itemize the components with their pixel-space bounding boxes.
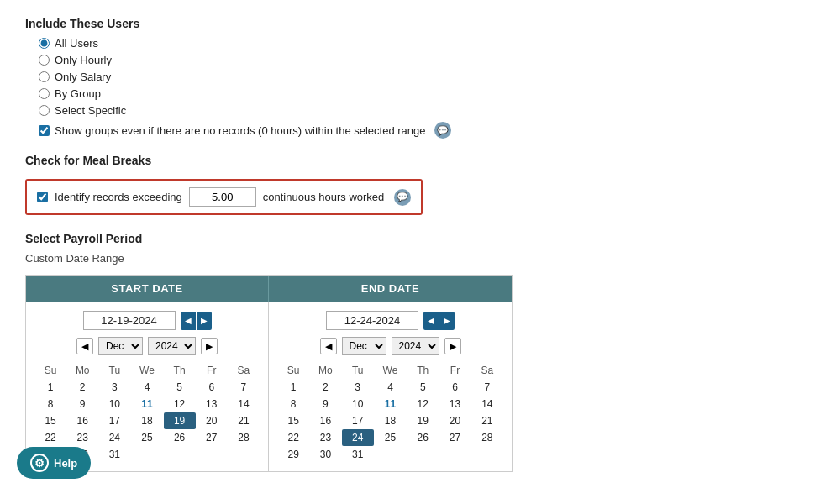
- start-next-arrow[interactable]: ▶: [197, 312, 212, 330]
- help-icon: ⚙: [30, 454, 49, 472]
- radio-only-salary-input[interactable]: [39, 71, 50, 82]
- calendar-day[interactable]: 13: [439, 396, 471, 412]
- start-next-month-button[interactable]: ▶: [201, 338, 218, 354]
- dow-sa: Sa: [471, 362, 503, 379]
- calendar-day[interactable]: 16: [66, 412, 98, 429]
- end-prev-arrow[interactable]: ◀: [423, 312, 439, 330]
- calendar-day[interactable]: 10: [342, 396, 374, 412]
- radio-select-specific[interactable]: Select Specific: [39, 104, 811, 117]
- calendar-day[interactable]: 30: [309, 446, 341, 463]
- end-next-arrow[interactable]: ▶: [439, 312, 455, 330]
- calendar-day[interactable]: 3: [342, 379, 374, 396]
- meal-break-box: Identify records exceeding continuous ho…: [25, 179, 423, 215]
- calendar-day[interactable]: 21: [228, 412, 260, 429]
- calendar-day[interactable]: 9: [309, 396, 341, 412]
- calendar-day[interactable]: 14: [471, 396, 503, 412]
- calendar-day[interactable]: 11: [130, 396, 163, 412]
- calendar-day[interactable]: 8: [34, 396, 66, 412]
- calendar-day[interactable]: 15: [277, 412, 309, 429]
- calendar-day[interactable]: 4: [130, 379, 163, 396]
- end-next-month-button[interactable]: ▶: [444, 338, 461, 354]
- show-groups-label: Show groups even if there are no records…: [55, 124, 426, 137]
- radio-by-group-input[interactable]: [39, 88, 50, 99]
- calendar-day[interactable]: 4: [374, 379, 407, 396]
- calendar-day[interactable]: 21: [471, 412, 503, 429]
- meal-break-checkbox[interactable]: [37, 192, 48, 202]
- calendar-day[interactable]: 12: [407, 396, 439, 412]
- calendar-day[interactable]: 20: [196, 412, 228, 429]
- calendar-day: [164, 446, 196, 463]
- calendar-day[interactable]: 2: [66, 379, 98, 396]
- calendar-day: [130, 446, 163, 463]
- radio-by-group[interactable]: By Group: [39, 87, 811, 100]
- calendar-day[interactable]: 17: [98, 412, 130, 429]
- calendar-day[interactable]: 1: [277, 379, 309, 396]
- calendar-day[interactable]: 20: [439, 412, 471, 429]
- calendar-day[interactable]: 14: [228, 396, 260, 412]
- calendar-day[interactable]: 3: [98, 379, 130, 396]
- calendar-day[interactable]: 5: [407, 379, 439, 396]
- radio-select-specific-input[interactable]: [39, 105, 50, 116]
- calendar-day[interactable]: 1: [34, 379, 66, 396]
- calendar-day[interactable]: 10: [98, 396, 130, 412]
- end-year-select[interactable]: 2022202320242025: [392, 337, 439, 355]
- calendar-day[interactable]: 5: [164, 379, 196, 396]
- calendar-day[interactable]: 28: [228, 429, 260, 446]
- calendar-day[interactable]: 2: [309, 379, 341, 396]
- calendar-day[interactable]: 18: [374, 412, 407, 429]
- payroll-period-title: Select Payroll Period: [25, 232, 811, 245]
- calendar-day[interactable]: 17: [342, 412, 374, 429]
- radio-only-hourly-input[interactable]: [39, 55, 50, 66]
- calendar-day[interactable]: 27: [196, 429, 228, 446]
- end-month-select[interactable]: JanFebMarApr MayJunJulAug SepOctNovDec: [342, 337, 386, 355]
- radio-only-salary[interactable]: Only Salary: [39, 71, 811, 83]
- calendar-day[interactable]: 25: [374, 429, 407, 446]
- calendar-day[interactable]: 16: [309, 412, 341, 429]
- start-prev-arrow[interactable]: ◀: [181, 312, 196, 330]
- radio-only-hourly[interactable]: Only Hourly: [39, 54, 811, 66]
- calendar-day[interactable]: 31: [342, 446, 374, 463]
- calendar-day[interactable]: 7: [471, 379, 503, 396]
- calendar-day[interactable]: 23: [66, 429, 98, 446]
- calendar-day[interactable]: 7: [228, 379, 260, 396]
- calendar-day[interactable]: 13: [196, 396, 228, 412]
- calendar-day[interactable]: 24: [342, 429, 374, 446]
- calendar-day[interactable]: 31: [98, 446, 130, 463]
- meal-breaks-section: Check for Meal Breaks Identify records e…: [25, 154, 811, 215]
- calendar-day[interactable]: 15: [34, 412, 66, 429]
- calendar-day[interactable]: 6: [439, 379, 471, 396]
- meal-break-hours-input[interactable]: [189, 187, 256, 207]
- end-prev-month-button[interactable]: ◀: [320, 338, 337, 354]
- dow-mo: Mo: [309, 362, 341, 379]
- show-groups-info-icon[interactable]: 💬: [434, 122, 451, 139]
- calendar-day[interactable]: 22: [34, 429, 66, 446]
- start-date-nav: 12-19-2024 ◀ ▶: [34, 311, 260, 330]
- show-groups-checkbox-row: Show groups even if there are no records…: [39, 122, 811, 139]
- calendar-day[interactable]: 28: [471, 429, 503, 446]
- calendar-day[interactable]: 29: [277, 446, 309, 463]
- start-month-select[interactable]: JanFebMarApr MayJunJulAug SepOctNovDec: [98, 337, 143, 355]
- show-groups-checkbox[interactable]: [39, 125, 50, 136]
- meal-break-info-icon[interactable]: 💬: [394, 189, 411, 206]
- calendar-day[interactable]: 9: [66, 396, 98, 412]
- calendar-day[interactable]: 12: [164, 396, 196, 412]
- calendar-day[interactable]: 18: [130, 412, 163, 429]
- calendar-day[interactable]: 19: [407, 412, 439, 429]
- calendar-day[interactable]: 24: [98, 429, 130, 446]
- help-button[interactable]: ⚙ Help: [17, 447, 91, 479]
- start-prev-month-button[interactable]: ◀: [76, 338, 93, 354]
- calendar-day[interactable]: 25: [130, 429, 163, 446]
- radio-all-users-input[interactable]: [39, 38, 50, 49]
- calendar-day[interactable]: 27: [439, 429, 471, 446]
- calendar-day[interactable]: 22: [277, 429, 309, 446]
- calendar-day[interactable]: 26: [164, 429, 196, 446]
- calendar-day[interactable]: 8: [277, 396, 309, 412]
- calendar-day[interactable]: 6: [196, 379, 228, 396]
- start-nav-arrows: ◀ ▶: [181, 312, 212, 330]
- calendar-day[interactable]: 23: [309, 429, 341, 446]
- calendar-day[interactable]: 19: [164, 412, 196, 429]
- calendar-day[interactable]: 11: [374, 396, 407, 412]
- calendar-day[interactable]: 26: [407, 429, 439, 446]
- radio-all-users[interactable]: All Users: [39, 37, 811, 50]
- start-year-select[interactable]: 2022202320242025: [148, 337, 196, 355]
